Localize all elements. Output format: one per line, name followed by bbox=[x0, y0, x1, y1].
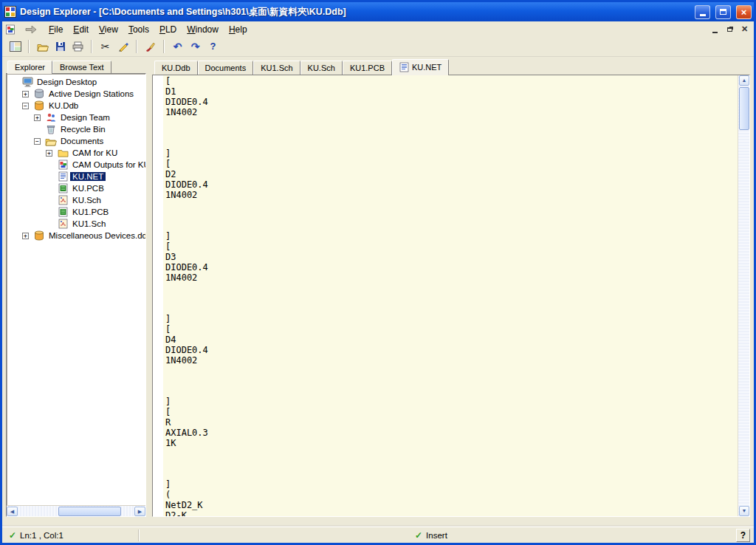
insert-mode-segment: ✓ Insert bbox=[412, 529, 450, 542]
menu-pld[interactable]: PLD bbox=[154, 23, 182, 36]
tree-horizontal-scrollbar[interactable]: ◀ ▶ bbox=[7, 505, 145, 516]
scroll-down-icon[interactable]: ▼ bbox=[739, 506, 749, 516]
print-button[interactable] bbox=[69, 38, 86, 55]
tree-item-label: Documents bbox=[58, 137, 106, 145]
scroll-right-icon[interactable]: ▶ bbox=[134, 507, 145, 516]
expand-icon[interactable]: + bbox=[22, 91, 29, 97]
code-text[interactable]: [ D1 DIODE0.4 1N4002 ] [ D2 DIODE0.4 1N4… bbox=[163, 75, 738, 516]
doc-tab-label: KU1.PCB bbox=[350, 64, 385, 72]
editor-vertical-scrollbar[interactable]: ▲ ▼ bbox=[738, 75, 749, 516]
menu-bar: FileEditViewToolsPLDWindowHelp ✕ bbox=[2, 21, 754, 37]
tree-item-active-design-stations[interactable]: +Active Design Stations bbox=[7, 88, 145, 100]
cursor-position: Ln:1 , Col:1 bbox=[20, 531, 63, 540]
close-button[interactable]: × bbox=[736, 5, 752, 19]
tree-item-ku1-pcb[interactable]: KU1.PCB bbox=[7, 206, 145, 218]
mdi-restore-icon bbox=[727, 27, 732, 32]
expand-icon[interactable]: + bbox=[34, 114, 41, 121]
menu-help[interactable]: Help bbox=[224, 23, 252, 36]
doc-tab-ku-net[interactable]: KU.NET bbox=[392, 59, 449, 75]
doc-tab-ku-ddb[interactable]: KU.Ddb bbox=[154, 61, 198, 75]
app-window: Design Explorer - [C:\Documents and Sett… bbox=[0, 0, 756, 545]
doc-tab-ku-sch[interactable]: KU.Sch bbox=[300, 61, 343, 75]
horizontal-scroll-thumb[interactable] bbox=[58, 507, 121, 516]
open-folder-button[interactable] bbox=[34, 38, 51, 55]
expander-slot: + bbox=[21, 91, 33, 97]
tree-item-label: Miscellaneous Devices.ddb bbox=[47, 231, 145, 240]
print-icon bbox=[72, 41, 83, 52]
collapse-icon[interactable]: − bbox=[34, 138, 41, 145]
cut-button[interactable]: ✂ bbox=[97, 38, 114, 55]
mdi-minimize-icon bbox=[712, 32, 718, 33]
tree-item-recycle-bin[interactable]: Recycle Bin bbox=[7, 123, 145, 135]
collapse-icon[interactable]: − bbox=[22, 103, 29, 109]
document-tree: Design Desktop+Active Design Stations−KU… bbox=[7, 74, 145, 505]
tree-item-ku-pcb[interactable]: KU.PCB bbox=[7, 182, 145, 194]
doc-tab-ku1-pcb[interactable]: KU1.PCB bbox=[343, 61, 392, 75]
database-icon bbox=[33, 100, 45, 111]
toolbar-separator bbox=[136, 40, 137, 53]
status-divider bbox=[138, 529, 140, 541]
pencil-button[interactable] bbox=[114, 38, 131, 55]
open-folder-icon bbox=[37, 42, 49, 52]
check-icon: ✓ bbox=[9, 530, 16, 541]
net-doc-icon bbox=[57, 171, 69, 182]
mdi-minimize-button[interactable] bbox=[709, 24, 721, 35]
menu-edit[interactable]: Edit bbox=[68, 23, 94, 36]
tree-item-cam-for-ku[interactable]: +CAM for KU bbox=[7, 147, 145, 159]
tree-item-design-desktop[interactable]: Design Desktop bbox=[7, 76, 145, 88]
scroll-up-icon[interactable]: ▲ bbox=[739, 75, 749, 86]
expand-icon[interactable]: + bbox=[46, 150, 52, 157]
vertical-scroll-thumb[interactable] bbox=[739, 87, 749, 130]
editor-panel: KU.DdbDocumentsKU1.SchKU.SchKU1.PCBKU.NE… bbox=[152, 59, 750, 517]
menu-view[interactable]: View bbox=[94, 23, 123, 36]
editor-gutter bbox=[153, 75, 163, 516]
tree-item-miscellaneous-devices-ddb[interactable]: +Miscellaneous Devices.ddb bbox=[7, 230, 145, 241]
menu-items: FileEditViewToolsPLDWindowHelp bbox=[44, 23, 252, 36]
pcb-doc-icon bbox=[57, 207, 69, 217]
tree-item-label: KU1.Sch bbox=[70, 219, 108, 228]
toolbar-separator bbox=[28, 40, 30, 53]
save-button[interactable] bbox=[52, 38, 69, 55]
title-bar[interactable]: Design Explorer - [C:\Documents and Sett… bbox=[2, 2, 754, 21]
document-tree-container: Design Desktop+Active Design Stations−KU… bbox=[6, 73, 146, 517]
tree-item-label: Design Team bbox=[58, 113, 112, 122]
mdi-close-button[interactable]: ✕ bbox=[738, 24, 751, 35]
undo-button[interactable]: ↶ bbox=[169, 38, 186, 55]
document-system-icon[interactable] bbox=[5, 24, 16, 35]
help-button[interactable]: ? bbox=[205, 38, 221, 55]
expander-slot: + bbox=[21, 233, 33, 239]
restore-button[interactable] bbox=[715, 5, 731, 19]
expand-icon[interactable]: + bbox=[22, 233, 29, 239]
folder-open-icon bbox=[45, 137, 57, 146]
tree-item-ku-sch[interactable]: KU.Sch bbox=[7, 194, 145, 206]
stations-icon bbox=[33, 89, 45, 99]
mdi-restore-button[interactable] bbox=[724, 24, 736, 35]
scroll-left-icon[interactable]: ◀ bbox=[7, 507, 18, 516]
tab-explorer[interactable]: Explorer bbox=[7, 61, 52, 74]
database-icon bbox=[33, 230, 45, 241]
tab-browse-text[interactable]: Browse Text bbox=[52, 61, 111, 73]
menu-tools[interactable]: Tools bbox=[123, 23, 154, 36]
tree-item-documents[interactable]: −Documents bbox=[7, 135, 145, 147]
tree-item-ku1-sch[interactable]: KU1.Sch bbox=[7, 218, 145, 230]
panels-button[interactable] bbox=[7, 38, 24, 55]
doc-tab-label: KU.Ddb bbox=[162, 64, 190, 72]
brush-button[interactable] bbox=[142, 38, 159, 55]
tree-item-label: Recycle Bin bbox=[58, 125, 108, 134]
tree-item-design-team[interactable]: +Design Team bbox=[7, 112, 145, 123]
menu-file[interactable]: File bbox=[44, 23, 68, 36]
tree-item-label: KU.PCB bbox=[70, 184, 106, 193]
restore-icon bbox=[720, 9, 726, 15]
main-toolbar: ✂↶↷? bbox=[2, 37, 754, 57]
redo-button[interactable]: ↷ bbox=[187, 38, 204, 55]
doc-tab-ku1-sch[interactable]: KU1.Sch bbox=[253, 61, 300, 75]
menu-window[interactable]: Window bbox=[182, 23, 224, 36]
tree-item-ku-ddb[interactable]: −KU.Ddb bbox=[7, 100, 145, 112]
help-button[interactable]: ? bbox=[736, 529, 750, 542]
pencil-icon bbox=[118, 41, 128, 52]
minimize-button[interactable] bbox=[695, 5, 710, 19]
doc-tab-documents[interactable]: Documents bbox=[198, 61, 254, 75]
tree-item-cam-outputs-for-ku[interactable]: CAM Outputs for KU bbox=[7, 159, 145, 171]
tree-item-ku-net[interactable]: KU.NET bbox=[7, 171, 145, 182]
tree-item-label: KU.NET bbox=[70, 172, 106, 181]
